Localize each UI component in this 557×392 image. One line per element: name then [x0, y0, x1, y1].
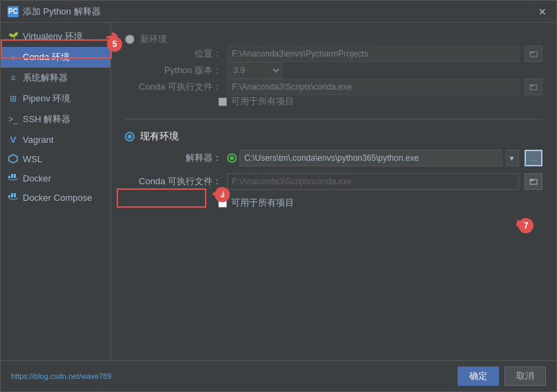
ok-button[interactable]: 确定	[458, 366, 499, 386]
vagrant-icon: V	[8, 134, 19, 145]
existing-conda-exe-label: Conda 可执行文件：	[139, 175, 222, 188]
dialog-title: 添加 Python 解释器	[23, 6, 101, 18]
svg-rect-12	[530, 52, 534, 53]
sidebar-label-conda: Conda 环境	[23, 51, 70, 63]
pipenv-icon: ⊞	[8, 93, 19, 104]
svg-rect-16	[530, 179, 534, 181]
make-available-existing-checkbox[interactable]	[218, 199, 227, 208]
interpreter-status-icon	[227, 153, 237, 163]
existing-env-radio-row: 现有环境	[125, 130, 543, 143]
new-env-label: 新环境	[140, 33, 167, 46]
main-content: 新环境 位置： Python 版本： 3.9 3.8 3.7	[111, 23, 556, 360]
location-browse-button[interactable]	[525, 46, 543, 62]
existing-conda-exe-browse-button[interactable]	[525, 173, 543, 190]
sidebar-label-pipenv: Pipenv 环境	[23, 92, 70, 105]
docker-compose-icon	[8, 192, 19, 203]
make-available-existing-label: 可用于所有项目	[231, 197, 294, 209]
conda-icon: ○	[8, 52, 19, 63]
make-available-new-checkbox[interactable]	[218, 97, 227, 106]
python-version-select[interactable]: 3.9 3.8 3.7	[227, 62, 282, 79]
sidebar-item-ssh[interactable]: >_ SSH 解释器	[1, 109, 110, 130]
interpreter-label: 解释器：	[139, 152, 222, 164]
sidebar-item-virtualenv[interactable]: 🌱 Virtualenv 环境	[1, 26, 110, 47]
title-bar: PC 添加 Python 解释器 ✕	[1, 1, 556, 23]
svg-rect-6	[8, 195, 10, 197]
make-available-existing-row: 可用于所有项目	[218, 197, 543, 209]
conda-exe-row: Conda 可执行文件：	[139, 79, 543, 95]
sidebar-item-system[interactable]: ≡ 系统解释器	[1, 68, 110, 88]
footer-link[interactable]: https://blog.csdn.net/wave789	[11, 372, 112, 380]
python-version-label: Python 版本：	[139, 64, 222, 77]
make-available-new-row: 可用于所有项目	[218, 95, 543, 108]
sidebar-label-system: 系统解释器	[23, 72, 68, 84]
svg-rect-4	[11, 174, 13, 176]
new-env-section: 新环境 位置： Python 版本： 3.9 3.8 3.7	[125, 33, 543, 108]
sidebar-label-docker: Docker	[23, 173, 51, 184]
docker-icon	[8, 173, 19, 184]
wsl-icon	[8, 153, 19, 164]
footer: https://blog.csdn.net/wave789 确定 取消	[1, 360, 556, 391]
title-bar-left: PC 添加 Python 解释器	[8, 6, 101, 18]
system-icon: ≡	[8, 72, 19, 84]
divider	[125, 119, 543, 119]
sidebar-item-docker[interactable]: Docker	[1, 168, 110, 188]
svg-rect-3	[14, 176, 16, 178]
sidebar-item-conda[interactable]: ○ Conda 环境	[1, 47, 110, 68]
location-input[interactable]	[227, 46, 519, 62]
svg-rect-1	[8, 176, 10, 178]
conda-exe-label: Conda 可执行文件：	[139, 81, 222, 93]
sidebar-label-ssh: SSH 解释器	[23, 113, 70, 126]
svg-rect-10	[14, 193, 16, 195]
location-row: 位置：	[139, 46, 543, 62]
conda-exe-input[interactable]	[227, 79, 519, 95]
sidebar-label-virtualenv: Virtualenv 环境	[23, 30, 83, 43]
svg-rect-8	[14, 195, 16, 197]
sidebar-item-vagrant[interactable]: V Vagrant	[1, 130, 110, 149]
existing-env-section: 现有环境 解释器： ▼ … Conda 可执行文件：	[125, 130, 543, 209]
existing-env-radio-indicator	[125, 132, 135, 141]
interpreter-input[interactable]	[240, 150, 502, 166]
interpreter-row: 解释器： ▼ …	[139, 150, 543, 166]
interpreter-browse-button[interactable]: …	[525, 150, 543, 166]
existing-conda-exe-row: Conda 可执行文件：	[139, 173, 543, 190]
sidebar-label-docker-compose: Docker Compose	[23, 193, 92, 203]
svg-marker-0	[9, 155, 17, 163]
python-version-row: Python 版本： 3.9 3.8 3.7	[139, 62, 543, 79]
existing-conda-exe-input[interactable]	[227, 173, 519, 190]
dialog-icon: PC	[8, 6, 19, 17]
close-button[interactable]: ✕	[536, 5, 549, 19]
svg-rect-9	[11, 193, 13, 195]
svg-rect-14	[530, 85, 534, 86]
dialog-body: 🌱 Virtualenv 环境 ○ Conda 环境 ≡ 系统解释器 ⊞ Pip…	[1, 23, 556, 360]
sidebar-item-wsl[interactable]: WSL	[1, 149, 110, 168]
conda-exe-browse-button[interactable]	[525, 79, 543, 95]
ssh-icon: >_	[8, 114, 19, 125]
cancel-button[interactable]: 取消	[505, 366, 546, 386]
interpreter-input-group: ▼	[227, 150, 519, 166]
virtualenv-icon: 🌱	[8, 31, 19, 42]
existing-env-label: 现有环境	[140, 130, 179, 143]
new-env-radio[interactable]	[125, 35, 135, 44]
interpreter-dropdown-button[interactable]: ▼	[505, 150, 519, 166]
svg-rect-5	[14, 174, 16, 176]
sidebar-item-pipenv[interactable]: ⊞ Pipenv 环境	[1, 88, 110, 109]
make-available-new-label: 可用于所有项目	[231, 95, 294, 108]
sidebar-item-docker-compose[interactable]: Docker Compose	[1, 188, 110, 207]
add-interpreter-dialog: PC 添加 Python 解释器 ✕ 🌱 Virtualenv 环境 ○ Con…	[0, 0, 557, 392]
svg-rect-2	[11, 176, 13, 178]
new-env-radio-row: 新环境	[125, 33, 543, 46]
sidebar-label-vagrant: Vagrant	[23, 135, 54, 145]
svg-rect-7	[11, 195, 13, 197]
sidebar: 🌱 Virtualenv 环境 ○ Conda 环境 ≡ 系统解释器 ⊞ Pip…	[1, 23, 111, 360]
sidebar-label-wsl: WSL	[23, 154, 42, 164]
location-label: 位置：	[139, 48, 222, 60]
